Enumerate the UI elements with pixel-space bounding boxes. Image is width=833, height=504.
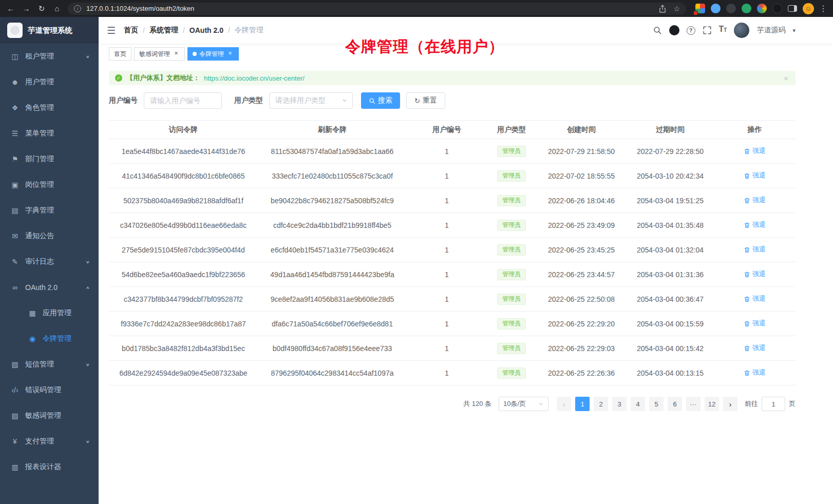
- tab-close-icon[interactable]: ×: [173, 50, 180, 57]
- sidebar-item-menu[interactable]: ☰菜单管理: [0, 121, 99, 146]
- user-menu-caret-icon[interactable]: ▾: [792, 27, 796, 34]
- user-type-cell: 管理员: [487, 213, 536, 238]
- user-id-input[interactable]: [144, 92, 222, 109]
- sms-icon: ▧: [9, 360, 21, 369]
- force-logout-button[interactable]: 强退: [744, 245, 766, 254]
- sidebar-item-label: 错误码管理: [25, 385, 61, 395]
- sidebar-item-user[interactable]: ☻用户管理: [0, 69, 99, 95]
- alert-close-icon[interactable]: ×: [784, 74, 788, 83]
- user-type-badge: 管理员: [497, 367, 526, 379]
- sidebar-item-payment[interactable]: ¥支付管理∨: [0, 429, 99, 454]
- extension-icon[interactable]: [772, 4, 782, 13]
- breadcrumb-item[interactable]: 首页: [124, 26, 138, 35]
- sidebar-item-tenant[interactable]: ◫租户管理∨: [0, 44, 99, 69]
- sidebar-item-report[interactable]: ▥报表设计器: [0, 454, 99, 480]
- search-button[interactable]: 搜索: [361, 92, 400, 109]
- refresh-token-cell: be90422b8c7946218275a508bf524fc9: [258, 188, 407, 213]
- goto-page-input[interactable]: [762, 397, 785, 411]
- force-logout-button[interactable]: 强退: [744, 171, 766, 180]
- url-bar[interactable]: i 127.0.0.1:1024/system/oauth2/token ☆: [68, 3, 686, 15]
- app-logo[interactable]: 芋道管理系统: [0, 17, 99, 44]
- sidebar-item-token[interactable]: ◉令牌管理: [0, 326, 99, 352]
- sidebar-item-dept[interactable]: ⚑部门管理: [0, 146, 99, 172]
- help-icon[interactable]: ?: [687, 25, 695, 36]
- force-logout-label: 强退: [752, 196, 766, 205]
- sidebar-item-notice[interactable]: ✉通知公告: [0, 223, 99, 249]
- force-logout-button[interactable]: 强退: [744, 368, 766, 377]
- sidebar-item-dict[interactable]: ▤字典管理: [0, 198, 99, 223]
- extension-icon[interactable]: [695, 4, 705, 13]
- page-button-1[interactable]: 1: [575, 397, 590, 411]
- page-button-5[interactable]: 5: [649, 397, 664, 411]
- force-logout-button[interactable]: 强退: [744, 294, 766, 303]
- breadcrumb-separator: /: [143, 26, 145, 34]
- sidebar-item-errcode[interactable]: ‹/›错误码管理: [0, 377, 99, 403]
- browser-profile-avatar[interactable]: ☺: [803, 3, 814, 14]
- user-type-badge: 管理员: [497, 220, 526, 231]
- extension-icon[interactable]: [757, 4, 767, 13]
- sidebar-item-sms[interactable]: ▧短信管理∨: [0, 352, 99, 377]
- force-logout-label: 强退: [752, 294, 766, 303]
- tab-item[interactable]: 令牌管理×: [187, 47, 239, 61]
- goto-page: 前往 页: [745, 397, 796, 411]
- reload-icon[interactable]: ↻: [35, 2, 48, 15]
- user-type-select[interactable]: 请选择用户类型: [269, 92, 353, 109]
- github-icon[interactable]: [669, 25, 679, 36]
- hamburger-icon[interactable]: ☰: [107, 25, 116, 36]
- sidebar-item-post[interactable]: ▣岗位管理: [0, 172, 99, 198]
- back-icon[interactable]: ←: [4, 2, 17, 15]
- forward-icon[interactable]: →: [20, 2, 33, 15]
- page-size-select[interactable]: 10条/页: [499, 397, 548, 411]
- force-logout-button[interactable]: 强退: [744, 269, 766, 279]
- tab-item[interactable]: 敏感词管理×: [134, 47, 185, 61]
- current-user-name[interactable]: 芋道源码: [756, 26, 785, 35]
- force-logout-button[interactable]: 强退: [744, 319, 766, 328]
- force-logout-button[interactable]: 强退: [744, 343, 766, 353]
- reset-button[interactable]: ↻ 重置: [406, 92, 445, 109]
- user-avatar[interactable]: [734, 23, 749, 38]
- side-panel-icon[interactable]: [788, 5, 797, 12]
- user-type-cell: 管理员: [487, 164, 536, 188]
- sidebar-item-label: 短信管理: [25, 360, 54, 369]
- fullscreen-icon[interactable]: [703, 25, 712, 36]
- chevron-down-icon: [538, 401, 544, 407]
- sidebar-item-audit[interactable]: ✎审计日志∨: [0, 249, 99, 275]
- prev-page-button[interactable]: ‹: [557, 397, 571, 411]
- page-button-12[interactable]: 12: [705, 397, 719, 411]
- site-info-icon[interactable]: i: [74, 5, 81, 12]
- font-size-icon[interactable]: TT: [719, 25, 727, 36]
- sidebar-item-app[interactable]: ▦应用管理: [0, 300, 99, 326]
- force-logout-button[interactable]: 强退: [744, 146, 766, 156]
- tab-item[interactable]: 首页: [109, 47, 131, 61]
- extension-icon[interactable]: [742, 4, 751, 13]
- home-icon[interactable]: ⌂: [50, 2, 64, 15]
- sidebar-item-role[interactable]: ❖角色管理: [0, 95, 99, 121]
- page-button-6[interactable]: 6: [668, 397, 682, 411]
- sidebar-item-oauth[interactable]: ∞OAuth 2.0∧: [0, 275, 99, 300]
- sidebar-item-label: 敏感词管理: [25, 411, 61, 420]
- bookmark-star-icon[interactable]: ☆: [673, 5, 680, 13]
- force-logout-label: 强退: [752, 245, 766, 254]
- browser-menu-icon[interactable]: ⋮: [820, 2, 827, 15]
- page-button-3[interactable]: 3: [612, 397, 627, 411]
- force-logout-button[interactable]: 强退: [744, 196, 766, 205]
- more-pages-button[interactable]: ···: [686, 397, 701, 411]
- action-cell: 强退: [714, 164, 796, 188]
- app-window: 芋道管理系统 ◫租户管理∨☻用户管理❖角色管理☰菜单管理⚑部门管理▣岗位管理▤字…: [0, 17, 833, 504]
- tab-close-icon[interactable]: ×: [226, 50, 234, 57]
- sidebar-item-sensitive[interactable]: ▨敏感词管理: [0, 403, 99, 429]
- extension-icon[interactable]: [711, 4, 721, 13]
- doc-link[interactable]: https://doc.iocoder.cn/user-center/: [204, 74, 305, 82]
- share-icon[interactable]: [659, 5, 666, 13]
- breadcrumb-item[interactable]: OAuth 2.0: [190, 26, 223, 34]
- app-title: 芋道管理系统: [28, 26, 72, 35]
- page-button-4[interactable]: 4: [631, 397, 645, 411]
- expire-time-cell: 2054-03-04 01:35:48: [627, 213, 714, 238]
- extension-icon[interactable]: [726, 4, 736, 13]
- search-icon[interactable]: [653, 25, 662, 36]
- force-logout-button[interactable]: 强退: [744, 220, 766, 229]
- table-row: c342377bf8b344799dcbf7bf095287f29ce8ef2a…: [109, 287, 796, 312]
- next-page-button[interactable]: ›: [723, 397, 737, 411]
- breadcrumb-item[interactable]: 系统管理: [149, 26, 178, 35]
- page-button-2[interactable]: 2: [594, 397, 608, 411]
